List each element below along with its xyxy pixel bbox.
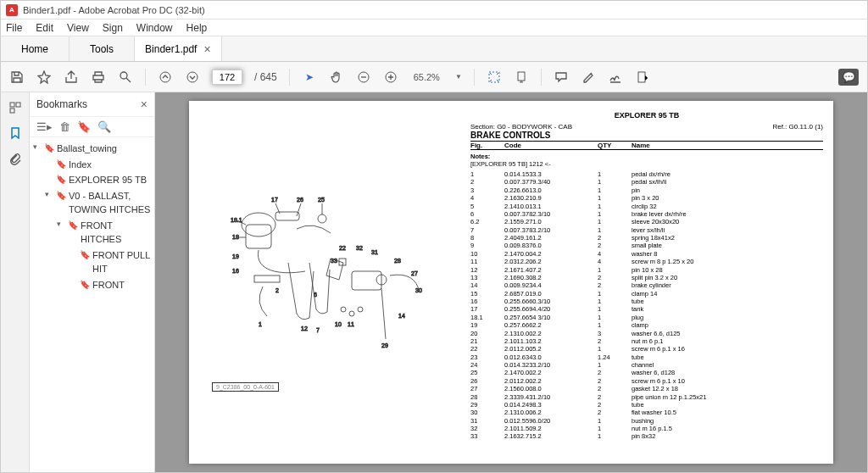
svg-text:18: 18 [232, 234, 239, 240]
window-title: Binder1.pdf - Adobe Acrobat Pro DC (32-b… [23, 5, 205, 15]
table-row: 302.1310.006.22flat washer 10.5 [470, 409, 823, 416]
bm-new-icon[interactable]: 🔖 [77, 120, 91, 133]
svg-text:19: 19 [232, 253, 239, 259]
svg-text:27: 27 [411, 270, 418, 276]
close-icon[interactable]: × [203, 42, 210, 56]
bm-menu-icon[interactable]: ☰▸ [36, 120, 53, 133]
bookmark-item[interactable]: 🔖FRONT [64, 277, 151, 293]
zoom-in-icon[interactable] [383, 70, 398, 85]
titlebar: A Binder1.pdf - Adobe Acrobat Pro DC (32… [1, 1, 867, 19]
bookmark-item[interactable]: 🔖FRONT PULL HIT [64, 248, 151, 277]
print-icon[interactable] [91, 70, 106, 85]
pdf-icon: A [6, 4, 18, 16]
svg-point-1 [160, 72, 170, 82]
svg-text:17: 17 [271, 197, 278, 203]
svg-text:32: 32 [356, 245, 363, 251]
exploded-diagram: 18.1 18 17 26 25 19 16 1 12 7 33 22 [199, 111, 462, 454]
diagram-caption: 9_C2386_00_0-A-601 [212, 382, 279, 392]
table-row: 90.009.8376.02small plate [470, 242, 823, 249]
highlight-icon[interactable] [581, 70, 596, 85]
zoom-level[interactable]: 65.2% [410, 70, 443, 84]
sign-icon[interactable] [608, 70, 623, 85]
table-row: 152.6857.019.01clamp 14 [470, 290, 823, 298]
table-row: 52.1410.013.11circlip 32 [470, 203, 823, 210]
separator [541, 69, 542, 86]
menu-view[interactable]: View [67, 22, 89, 34]
bookmark-item[interactable]: 🔖Index [43, 157, 151, 173]
ref-label: Ref.: G0.11.0 (1) [772, 123, 823, 131]
svg-rect-21 [254, 275, 280, 282]
bm-delete-icon[interactable]: 🗑 [59, 120, 70, 133]
table-row: 222.0112.005.21screw m 6 p.1 x 16 [470, 345, 823, 353]
bookmark-item[interactable]: 🔖EXPLORER 95 TB [43, 172, 151, 188]
menu-window[interactable]: Window [136, 22, 173, 34]
svg-text:29: 29 [381, 342, 388, 348]
svg-point-18 [349, 311, 354, 316]
share-icon[interactable] [64, 70, 79, 85]
bookmark-item[interactable]: ▾🔖V0 - BALLAST, TOWING HITCHES [43, 188, 151, 218]
svg-text:28: 28 [394, 258, 401, 264]
svg-rect-10 [10, 109, 14, 113]
menu-file[interactable]: File [6, 22, 22, 34]
tab-tools[interactable]: Tools [70, 36, 135, 61]
bookmark-item[interactable]: ▾🔖Ballast_towing [33, 141, 151, 157]
table-row: 262.0112.002.22screw m 6 p.1 x 10 [470, 377, 823, 385]
separator [145, 69, 146, 86]
separator [289, 69, 290, 86]
bookmarks-icon[interactable] [7, 125, 24, 142]
bookmarks-title: Bookmarks [36, 98, 87, 110]
table-row: 322.1011.509.21nut m 16 p.1.5 [470, 425, 823, 432]
attachments-icon[interactable] [7, 150, 24, 167]
table-row: 332.1632.715.21pin 8x32 [470, 432, 823, 440]
notification-icon[interactable]: 💬 [838, 69, 859, 86]
hand-icon[interactable] [329, 70, 344, 85]
bookmark-item[interactable]: ▾🔖FRONT HITCHES [53, 218, 151, 248]
document-area[interactable]: 18.1 18 17 26 25 19 16 1 12 7 33 22 [155, 92, 867, 472]
table-row: 252.1470.002.22washer 6, d128 [470, 369, 823, 376]
bm-find-icon[interactable]: 🔍 [97, 120, 111, 133]
thumbnails-icon[interactable] [7, 99, 24, 116]
close-panel-icon[interactable]: × [141, 97, 147, 111]
tab-document[interactable]: Binder1.pdf × [135, 36, 222, 61]
edit-icon[interactable] [635, 70, 650, 85]
tab-home[interactable]: Home [1, 36, 70, 61]
table-row: 290.014.2498.32tube [470, 401, 823, 409]
page-up-icon[interactable] [158, 70, 173, 85]
page-total: / 645 [254, 71, 277, 83]
svg-text:31: 31 [371, 249, 378, 255]
table-row: 202.1310.002.23washer 6.6, d125 [470, 330, 823, 337]
star-icon[interactable] [36, 70, 52, 85]
zoom-out-icon[interactable] [356, 70, 371, 85]
page-display-icon[interactable] [514, 70, 529, 85]
menu-help[interactable]: Help [186, 22, 208, 34]
svg-rect-7 [638, 72, 645, 82]
table-row: 112.0312.206.24screw m 8 p 1.25 x 20 [470, 258, 823, 265]
table-row: 6.22.1559.271.01sleeve 20x30x20 [470, 218, 823, 225]
svg-point-2 [187, 72, 198, 82]
svg-text:25: 25 [318, 197, 325, 203]
table-row: 272.1560.008.02gasket 12.2 x 18 [470, 385, 823, 392]
bookmarks-toolbar: ☰▸ 🗑 🔖 🔍 [30, 117, 154, 137]
page-number-input[interactable] [212, 70, 242, 85]
comment-icon[interactable] [554, 70, 569, 85]
save-icon[interactable] [9, 70, 25, 85]
table-row: 102.1470.004.24washer 8 [470, 250, 823, 258]
fit-icon[interactable] [487, 70, 502, 85]
table-row: 122.1671.407.21pin 10 x 28 [470, 266, 823, 274]
find-icon[interactable] [118, 70, 133, 85]
model-name: EXPLORER 95 TB [470, 111, 823, 120]
svg-rect-6 [518, 72, 525, 81]
table-row: 60.007.3782.3/101brake lever dx/rh/re [470, 210, 823, 218]
menu-sign[interactable]: Sign [103, 22, 123, 34]
page-down-icon[interactable] [185, 70, 200, 85]
table-row: 140.009.9234.42brake cylinder [470, 281, 823, 289]
table-row: 190.257.6662.21clamp [470, 321, 823, 329]
svg-text:26: 26 [297, 197, 303, 203]
pointer-icon[interactable]: ➤ [302, 70, 317, 85]
menu-edit[interactable]: Edit [36, 22, 53, 34]
main-area: Bookmarks × ☰▸ 🗑 🔖 🔍 ▾🔖Ballast_towing🔖In… [1, 92, 867, 472]
svg-rect-13 [275, 212, 299, 220]
svg-text:2: 2 [275, 287, 279, 293]
svg-rect-9 [16, 103, 20, 107]
table-row: 132.1690.308.22split pin 3.2 x 20 [470, 274, 823, 281]
